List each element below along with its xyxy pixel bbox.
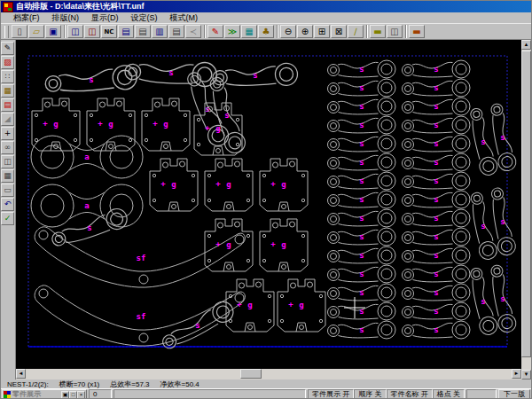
copy-sheet-button[interactable]: ◫ (387, 25, 403, 38)
ruler-2-button[interactable]: ▬ (409, 25, 425, 38)
part-label: s (434, 325, 438, 334)
toggle-零件展示[interactable]: 零件展示 开 (308, 389, 354, 399)
part-window-title: 零件展示 (12, 389, 59, 399)
title-bar[interactable]: 自动排版 - D:\data\来往\光科\TT.unf (1, 1, 531, 12)
vertical-scrollbar[interactable]: ▲ ▼ (521, 40, 532, 379)
scroll-left-button[interactable]: ◄ (16, 369, 26, 379)
part-window-restore-button[interactable]: ▣ (61, 391, 69, 399)
sheet-param: 横断=70 (x1) (59, 379, 100, 389)
part-label: g (299, 301, 303, 309)
part-window-close-button[interactable]: × (77, 391, 85, 399)
part-window-maximize-button[interactable]: □ (69, 391, 77, 399)
chain-parts-button[interactable]: ∞ (1, 141, 14, 154)
measure-button[interactable]: ∕ (348, 25, 364, 38)
spacer-cell (113, 389, 306, 399)
part-label: s (434, 288, 438, 297)
part-label: s (481, 137, 485, 146)
part-image-button[interactable]: ▦ (241, 25, 257, 38)
ruler-button[interactable]: ▬ (370, 25, 386, 38)
menu-item-S[interactable]: 设定(S) (125, 12, 164, 24)
zoom-in-button[interactable]: ⊕ (297, 25, 313, 38)
part-label: s (359, 251, 364, 260)
scroll-right-button[interactable]: ► (512, 369, 521, 379)
blank-cell (466, 389, 497, 399)
part-label: a (84, 201, 89, 210)
part-origin-mark: + (43, 119, 48, 128)
part-label: s (89, 75, 93, 84)
toggle-零件名称[interactable]: 零件名称 开 (387, 389, 433, 399)
new-file-button[interactable]: ▯ (12, 25, 27, 38)
app-window: 自动排版 - D:\data\来往\光科\TT.unf 档案(F)排版(N)显示… (0, 0, 532, 399)
undo-button[interactable]: ↶ (1, 198, 14, 211)
machine-button[interactable]: ♣ (258, 25, 274, 38)
part-label: s (359, 102, 364, 111)
zoom-all-button[interactable]: ⊠ (331, 25, 347, 38)
toolbar-separator (275, 25, 280, 38)
next-sheet-button[interactable]: 下一版 (498, 389, 530, 399)
scroll-up-button[interactable]: ▲ (521, 40, 531, 50)
part-label: s (168, 68, 173, 77)
part-label: s (224, 111, 229, 120)
part-label: g (215, 124, 220, 133)
toggle-格点[interactable]: 格点 关 (433, 389, 465, 399)
part-label: s (359, 139, 364, 148)
toolbar-grip[interactable] (4, 26, 9, 38)
scatter-parts-button[interactable]: ∷ (1, 70, 14, 83)
minimized-part-window[interactable]: 零件展示 ▣□× (2, 389, 87, 399)
zoom-window-button[interactable]: ⊞ (314, 25, 330, 38)
main-toolbar: ▯▱▣◫◫NC▤▤▥▤≺✎≫▦♣⊖⊕⊞⊠∕▬◫▬ (0, 24, 532, 40)
auto-nest-button[interactable]: ≫ (224, 25, 240, 38)
toolbar-separator (364, 25, 370, 38)
toolbar-separator (62, 25, 67, 38)
part-label: s (434, 121, 438, 129)
confirm-button[interactable]: ✓ (1, 212, 14, 225)
part-label: a (84, 153, 89, 161)
part-label: s (434, 83, 438, 92)
print-button[interactable]: ▤ (135, 25, 151, 38)
menu-item-F[interactable]: 档案(F) (7, 12, 46, 24)
print-preview-button[interactable]: ▥ (152, 25, 168, 38)
sweep-button[interactable]: ◢ (1, 113, 14, 126)
part-label: s (434, 214, 438, 223)
edit-part-button[interactable]: ✎ (1, 42, 14, 55)
nesting-canvas[interactable]: sssssssssssssssssssssssssssssssssssssaas… (16, 40, 521, 369)
group-parts-button[interactable]: ▦ (1, 84, 14, 98)
sequence-button[interactable]: ▤ (1, 98, 14, 112)
export-part-button[interactable]: ◫ (84, 25, 100, 38)
copy-part-button[interactable]: ◫ (1, 155, 14, 168)
part-label: g (281, 180, 286, 189)
part-label: s (359, 270, 364, 278)
part-origin-mark: + (205, 123, 210, 132)
menu-item-D[interactable]: 显示(D) (85, 12, 125, 24)
part-label: s (359, 121, 364, 129)
vertical-scroll-thumb[interactable] (521, 51, 531, 357)
part-label: s (359, 288, 364, 297)
part-origin-mark: + (288, 300, 293, 309)
part-label: s (359, 158, 364, 167)
menu-item-N[interactable]: 排版(N) (46, 12, 86, 24)
part-origin-mark: + (153, 119, 158, 128)
part-origin-mark: + (237, 300, 242, 309)
nc-output-button[interactable]: NC (101, 25, 117, 38)
save-file-button[interactable]: ▣ (45, 25, 61, 38)
horizontal-scroll-thumb[interactable] (240, 369, 262, 379)
scroll-down-button[interactable]: ▼ (521, 370, 531, 379)
toggle-顺序[interactable]: 顺序 关 (354, 389, 386, 399)
move-part-button[interactable]: + (1, 127, 14, 140)
print-2-button[interactable]: ▤ (168, 25, 184, 38)
horizontal-scrollbar[interactable]: ◄ ► (16, 369, 521, 379)
part-label: s (359, 83, 364, 92)
nc-preview-button[interactable]: ▤ (118, 25, 134, 38)
array-copy-button[interactable]: ▦ (1, 169, 14, 183)
part-label: s (434, 158, 438, 167)
bottom-status-bar: 零件展示 ▣□× 0 零件展示 开顺序 关零件名称 开格点 关 下一版 (0, 388, 532, 399)
part-label: s (434, 307, 438, 316)
plot-button[interactable]: ≺ (185, 25, 201, 38)
select-region-button[interactable]: ▨ (1, 56, 14, 69)
menu-item-M[interactable]: 模式(M) (164, 12, 205, 24)
zoom-out-button[interactable]: ⊖ (280, 25, 296, 38)
import-part-button[interactable]: ◫ (67, 25, 83, 38)
open-file-button[interactable]: ▱ (28, 25, 44, 38)
blank-sheet-button[interactable]: ▭ (1, 184, 14, 197)
edit-button[interactable]: ✎ (207, 25, 223, 38)
